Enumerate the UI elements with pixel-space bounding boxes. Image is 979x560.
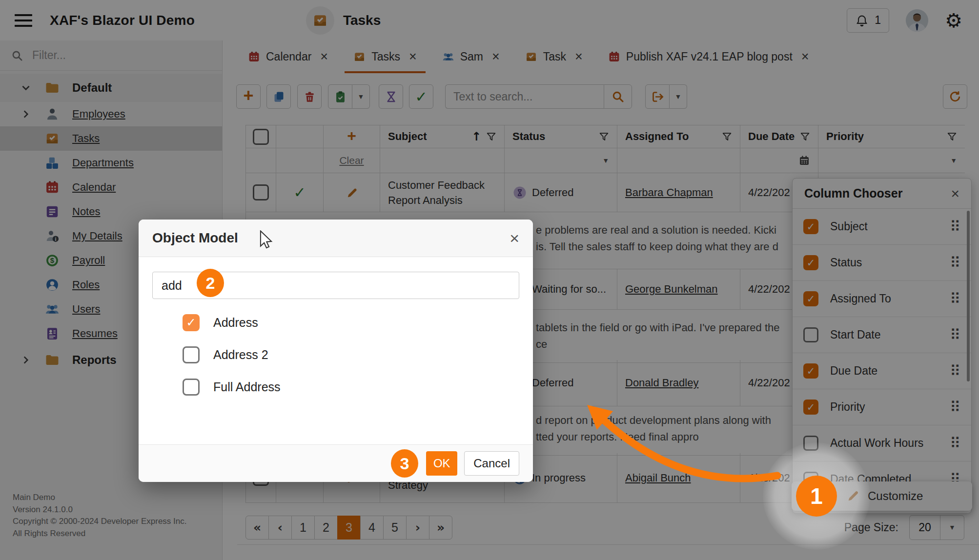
- checkbox-unchecked[interactable]: [183, 379, 200, 396]
- step-badge-3: 3: [391, 449, 418, 478]
- option-label: Full Address: [213, 380, 281, 394]
- checkbox-unchecked[interactable]: [183, 346, 200, 363]
- checkbox-checked[interactable]: ✓: [183, 314, 200, 331]
- option-address-2[interactable]: Address 2: [183, 346, 519, 363]
- ok-button[interactable]: OK: [426, 451, 457, 476]
- step-badge-2: 2: [197, 269, 224, 297]
- option-full-address[interactable]: Full Address: [183, 378, 519, 396]
- cancel-button[interactable]: Cancel: [464, 451, 519, 476]
- option-label: Address 2: [213, 348, 268, 362]
- dialog-title: Object Model: [152, 230, 238, 246]
- close-icon[interactable]: ×: [510, 230, 519, 246]
- option-address[interactable]: ✓ Address: [183, 314, 519, 331]
- option-label: Address: [213, 316, 258, 330]
- object-model-dialog: Object Model × ✓ Address Address 2 Full …: [139, 220, 533, 482]
- step-badge-1: 1: [796, 476, 837, 517]
